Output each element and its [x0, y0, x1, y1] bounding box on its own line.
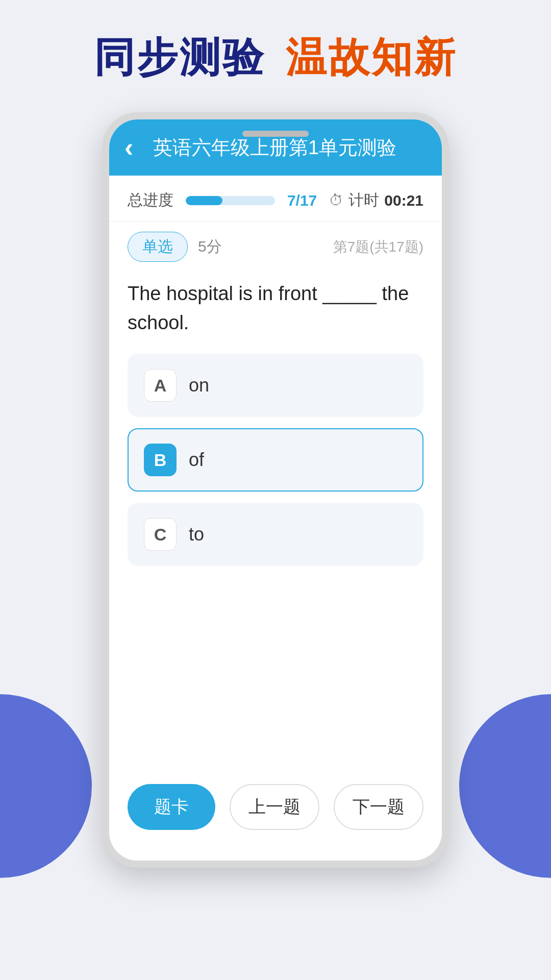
bottom-bar: 题卡 上一题 下一题: [109, 784, 442, 830]
option-c[interactable]: C to: [128, 503, 423, 566]
next-button[interactable]: 下一题: [334, 784, 423, 830]
progress-bar-wrap: [186, 196, 275, 205]
option-c-text: to: [189, 524, 204, 545]
option-b-letter: B: [144, 444, 177, 476]
option-a-letter: A: [144, 369, 177, 402]
phone-screen: ‹ 英语六年级上册第1单元测验 总进度 7/17 ⏱ 计时 00:21 单选 5…: [109, 119, 442, 861]
option-a-text: on: [189, 375, 209, 396]
options-list: A on B of C to: [109, 354, 442, 566]
option-b-text: of: [189, 449, 204, 471]
back-button[interactable]: ‹: [124, 134, 133, 161]
phone-speaker: [242, 131, 309, 137]
question-meta: 单选 5分 第7题(共17题): [109, 222, 442, 267]
timer-area: ⏱ 计时 00:21: [329, 190, 423, 211]
question-text: The hospital is in front _____ the schoo…: [109, 267, 442, 354]
card-button[interactable]: 题卡: [128, 784, 215, 830]
question-type-badge: 单选: [128, 232, 188, 262]
app-header-bar: ‹ 英语六年级上册第1单元测验: [109, 119, 442, 176]
progress-area: 总进度 7/17 ⏱ 计时 00:21: [109, 176, 442, 222]
timer-value: 00:21: [384, 192, 423, 209]
question-number: 第7题(共17题): [333, 237, 423, 257]
page-header: 同步测验 温故知新: [0, 31, 551, 86]
option-b[interactable]: B of: [128, 428, 423, 492]
header-title-orange: 温故知新: [286, 31, 457, 86]
question-score: 5分: [198, 236, 222, 257]
app-header-title: 英语六年级上册第1单元测验: [143, 135, 406, 161]
prev-button[interactable]: 上一题: [230, 784, 319, 830]
progress-bar-fill: [186, 196, 222, 205]
phone-mockup: ‹ 英语六年级上册第1单元测验 总进度 7/17 ⏱ 计时 00:21 单选 5…: [102, 112, 449, 868]
option-a[interactable]: A on: [128, 354, 423, 417]
option-c-letter: C: [144, 518, 177, 551]
clock-icon: ⏱: [329, 192, 343, 209]
progress-count: 7/17: [287, 192, 317, 209]
timer-label: 计时: [348, 190, 379, 211]
progress-label: 总进度: [128, 190, 173, 211]
header-title-blue: 同步测验: [94, 31, 265, 86]
